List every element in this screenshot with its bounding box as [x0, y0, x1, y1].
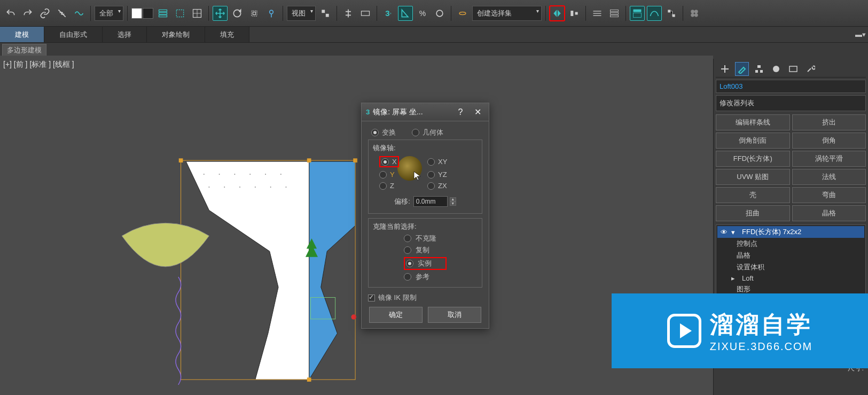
- close-icon[interactable]: ✕: [471, 107, 484, 117]
- named-selection-dropdown[interactable]: 创建选择集: [472, 6, 542, 21]
- ribbon-dropdown-icon[interactable]: ▬▾: [853, 27, 868, 42]
- select-object-icon[interactable]: [131, 8, 142, 19]
- pivot-center-icon[interactable]: [318, 6, 333, 21]
- select-scale-icon[interactable]: [247, 6, 262, 21]
- label-mirror-ik: 镜像 IK 限制: [378, 293, 417, 303]
- bind-spacewarp-icon[interactable]: [72, 6, 87, 21]
- coordinate-system-dropdown[interactable]: 视图: [287, 6, 316, 21]
- display-tab-icon[interactable]: [786, 62, 800, 76]
- undo-icon[interactable]: [3, 6, 18, 21]
- radio-axis-xy[interactable]: [427, 158, 435, 166]
- stack-item-loft[interactable]: ▸ Loft: [717, 273, 864, 283]
- modify-tab-icon[interactable]: [735, 62, 749, 76]
- material-editor-icon[interactable]: [687, 6, 702, 21]
- radio-clone-reference[interactable]: [404, 273, 411, 281]
- unlink-icon[interactable]: [54, 6, 69, 21]
- offset-input[interactable]: 0.0mm: [413, 196, 448, 207]
- expand-icon[interactable]: ▾: [731, 228, 739, 236]
- radio-axis-y[interactable]: [379, 171, 387, 179]
- align-icon[interactable]: [567, 6, 582, 21]
- mirror-icon[interactable]: [550, 6, 565, 21]
- checkbox-mirror-ik[interactable]: [368, 295, 375, 301]
- radio-clone-copy[interactable]: [404, 246, 411, 254]
- mod-btn-ffdbox[interactable]: FFD(长方体): [716, 151, 790, 167]
- mod-btn-bend[interactable]: 弯曲: [792, 187, 866, 203]
- viewport-label[interactable]: [+] [前 ] [标准 ] [线框 ]: [3, 60, 74, 69]
- mod-btn-lattice[interactable]: 晶格: [792, 205, 866, 221]
- cancel-button[interactable]: 取消: [428, 307, 481, 323]
- rect-select-icon[interactable]: [173, 6, 187, 21]
- stack-item-setvolume[interactable]: 设置体积: [717, 261, 864, 273]
- window-crossing-icon[interactable]: [190, 6, 205, 21]
- select-by-name-icon[interactable]: [155, 6, 170, 21]
- edit-selection-set-icon[interactable]: [455, 6, 470, 21]
- radio-axis-zx[interactable]: [427, 182, 435, 190]
- motion-tab-icon[interactable]: [769, 62, 783, 76]
- curve-editor-icon[interactable]: [647, 6, 662, 21]
- ribbon-subheader[interactable]: 多边形建模: [2, 44, 46, 57]
- spinner-down-icon[interactable]: ▼: [450, 202, 456, 206]
- stack-item-ffd[interactable]: 👁 ▾ FFD(长方体) 7x2x2: [717, 226, 864, 238]
- redo-icon[interactable]: [20, 6, 35, 21]
- ribbon-tab-freeform[interactable]: 自由形式: [44, 27, 103, 42]
- modifier-stack[interactable]: 👁 ▾ FFD(长方体) 7x2x2 控制点 晶格 设置体积 ▸ Loft 图形: [716, 224, 866, 297]
- mod-btn-shell[interactable]: 壳: [716, 187, 790, 203]
- radio-clone-instance[interactable]: [406, 260, 413, 267]
- offset-spinner[interactable]: 0.0mm ▲▼: [413, 196, 456, 207]
- keyboard-shortcut-icon[interactable]: [358, 6, 373, 21]
- select-place-icon[interactable]: [264, 6, 279, 21]
- mod-btn-extrude[interactable]: 挤出: [792, 114, 866, 130]
- scene-explorer-icon[interactable]: [607, 6, 622, 21]
- mod-btn-editspline[interactable]: 编辑样条线: [716, 114, 790, 130]
- mod-btn-twist[interactable]: 扭曲: [716, 205, 790, 221]
- radio-axis-yz[interactable]: [427, 171, 435, 179]
- spinner-up-icon[interactable]: ▲: [450, 197, 456, 202]
- radio-axis-x[interactable]: [381, 158, 389, 166]
- spinner-snap-icon[interactable]: [432, 6, 447, 21]
- svg-rect-13: [570, 11, 573, 16]
- expand-icon[interactable]: ▸: [731, 274, 739, 282]
- percent-snap-icon[interactable]: %: [415, 6, 430, 21]
- ribbon-tab-objectpaint[interactable]: 对象绘制: [147, 27, 205, 42]
- eye-icon[interactable]: 👁: [720, 228, 728, 236]
- mod-btn-turbosmooth[interactable]: 涡轮平滑: [792, 151, 866, 167]
- svg-point-24: [691, 13, 694, 17]
- selection-filter-dropdown[interactable]: 全部: [95, 6, 123, 21]
- radio-axis-z[interactable]: [379, 182, 387, 190]
- mod-btn-bevelprofile[interactable]: 倒角剖面: [716, 133, 790, 149]
- help-button[interactable]: ?: [453, 107, 467, 117]
- watermark-main: 溜溜自学: [710, 309, 812, 340]
- utilities-tab-icon[interactable]: [803, 62, 817, 76]
- select-move-icon[interactable]: [213, 6, 228, 21]
- mod-btn-normal[interactable]: 法线: [792, 169, 866, 185]
- create-tab-icon[interactable]: [718, 62, 732, 76]
- object-name-field[interactable]: Loft003: [716, 80, 866, 93]
- select-object-alt-icon[interactable]: [143, 8, 153, 19]
- ribbon-tab-populate[interactable]: 填充: [205, 27, 249, 42]
- dialog-titlebar[interactable]: 3 镜像: 屏幕 坐... ? ✕: [362, 103, 489, 121]
- manipulate-icon[interactable]: [341, 6, 356, 21]
- radio-geometry[interactable]: [412, 129, 419, 136]
- hierarchy-tab-icon[interactable]: [752, 62, 766, 76]
- mod-btn-uvwmap[interactable]: UVW 贴图: [716, 169, 790, 185]
- snap-3-icon[interactable]: 3▫: [381, 6, 396, 21]
- svg-rect-10: [326, 13, 329, 17]
- ok-button[interactable]: 确定: [369, 307, 423, 323]
- angle-snap-icon[interactable]: [398, 6, 413, 21]
- viewport[interactable]: [0, 72, 713, 395]
- ribbon-tab-modeling[interactable]: 建模: [0, 27, 44, 42]
- select-rotate-icon[interactable]: [230, 6, 245, 21]
- schematic-view-icon[interactable]: [664, 6, 679, 21]
- svg-rect-30: [307, 377, 311, 382]
- radio-transform[interactable]: [371, 129, 379, 136]
- stack-item-lattice[interactable]: 晶格: [717, 250, 864, 261]
- ribbon-tab-selection[interactable]: 选择: [103, 27, 147, 42]
- ribbon-toggle-icon[interactable]: [630, 6, 645, 21]
- link-icon[interactable]: [37, 6, 52, 21]
- layers-icon[interactable]: [590, 6, 605, 21]
- modifier-list-dropdown[interactable]: 修改器列表: [716, 95, 866, 111]
- mod-btn-bevel[interactable]: 倒角: [792, 133, 866, 149]
- radio-clone-none[interactable]: [404, 235, 411, 242]
- svg-point-12: [436, 10, 443, 17]
- stack-item-controlpoints[interactable]: 控制点: [717, 238, 864, 250]
